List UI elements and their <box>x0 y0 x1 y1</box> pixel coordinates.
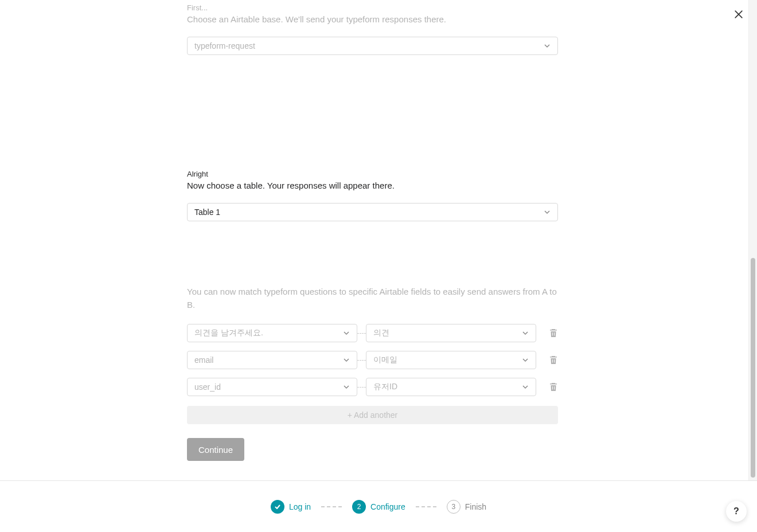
step-number: 2 <box>352 500 366 514</box>
typeform-question-select[interactable]: email <box>187 351 357 369</box>
select-value: 이메일 <box>373 355 397 365</box>
mapping-instruction: You can now match typeform questions to … <box>187 285 558 311</box>
main-scroll-area: First... Choose an Airtable base. We'll … <box>0 0 748 480</box>
step-finish: 3 Finish <box>447 500 486 514</box>
step-login[interactable]: Log in <box>271 500 311 514</box>
chevron-down-icon <box>343 357 350 363</box>
chevron-down-icon <box>522 384 529 390</box>
select-value: 유저ID <box>373 382 397 392</box>
typeform-question-select[interactable]: 의견을 남겨주세요. <box>187 324 357 342</box>
chevron-down-icon <box>522 330 529 337</box>
delete-row-button[interactable] <box>549 382 558 392</box>
mapping-row: email 이메일 <box>187 351 558 369</box>
airtable-field-select[interactable]: 이메일 <box>366 351 536 369</box>
connector-line <box>357 360 366 361</box>
select-value: email <box>194 355 213 365</box>
delete-row-button[interactable] <box>549 355 558 365</box>
airtable-field-select[interactable]: 유저ID <box>366 378 536 396</box>
scrollbar-track[interactable] <box>748 0 757 480</box>
field-mapping-section: You can now match typeform questions to … <box>187 285 558 461</box>
chevron-down-icon <box>522 357 529 363</box>
choose-table-section: Alright Now choose a table. Your respons… <box>187 170 558 221</box>
chevron-down-icon <box>544 42 551 49</box>
chevron-down-icon <box>343 330 350 337</box>
typeform-question-select[interactable]: user_id <box>187 378 357 396</box>
mapping-row: 의견을 남겨주세요. 의견 <box>187 324 558 342</box>
base-eyebrow: First... <box>187 3 558 12</box>
choose-base-section: First... Choose an Airtable base. We'll … <box>187 3 558 55</box>
table-prompt: Now choose a table. Your responses will … <box>187 181 558 190</box>
step-label: Configure <box>370 502 405 511</box>
step-label: Finish <box>465 502 486 511</box>
table-select-value: Table 1 <box>194 208 220 217</box>
step-configure[interactable]: 2 Configure <box>352 500 405 514</box>
step-label: Log in <box>289 502 311 511</box>
select-value: 의견 <box>373 328 389 338</box>
help-icon: ? <box>733 506 739 517</box>
close-button[interactable] <box>733 9 744 20</box>
table-eyebrow: Alright <box>187 170 558 178</box>
chevron-down-icon <box>544 209 551 216</box>
chevron-down-icon <box>343 384 350 390</box>
step-divider <box>416 506 436 507</box>
continue-button[interactable]: Continue <box>187 438 244 461</box>
base-prompt: Choose an Airtable base. We'll send your… <box>187 14 558 24</box>
airtable-field-select[interactable]: 의견 <box>366 324 536 342</box>
step-divider <box>321 506 342 507</box>
footer-stepper: Log in 2 Configure 3 Finish <box>0 480 757 532</box>
step-number: 3 <box>447 500 461 514</box>
scrollbar-thumb[interactable] <box>751 258 755 478</box>
help-button[interactable]: ? <box>726 501 747 522</box>
connector-line <box>357 333 366 334</box>
connector-line <box>357 387 366 388</box>
base-select[interactable]: typeform-request <box>187 37 558 55</box>
base-select-value: typeform-request <box>194 41 255 50</box>
check-icon <box>271 500 284 514</box>
select-value: user_id <box>194 382 221 392</box>
mapping-row: user_id 유저ID <box>187 378 558 396</box>
table-select[interactable]: Table 1 <box>187 203 558 221</box>
add-another-button[interactable]: + Add another <box>187 406 558 424</box>
delete-row-button[interactable] <box>549 328 558 338</box>
select-value: 의견을 남겨주세요. <box>194 328 263 338</box>
